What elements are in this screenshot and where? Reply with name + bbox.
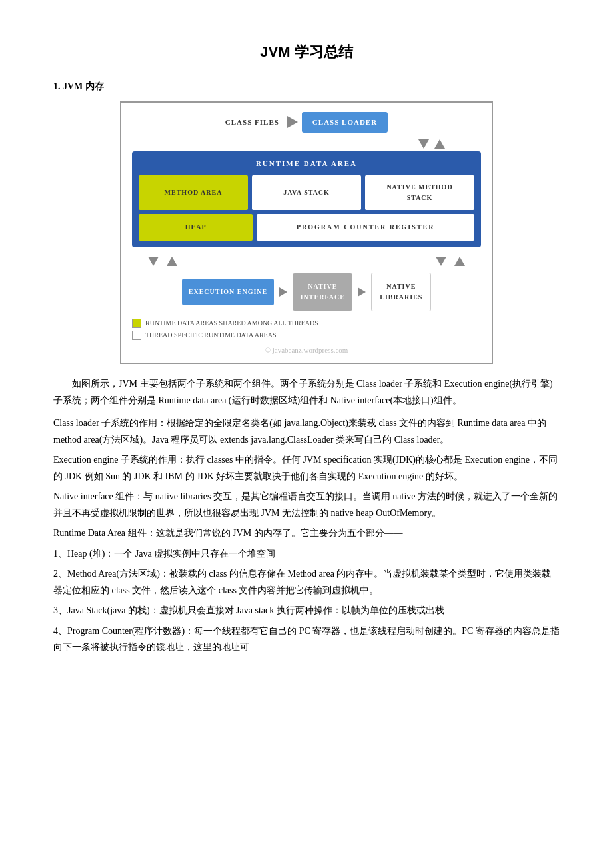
exec-engine-box: EXECUTION ENGINE xyxy=(182,279,275,305)
middle-arrows xyxy=(132,254,481,269)
execution-engine-paragraph: Execution engine 子系统的作用：执行 classes 中的指令。… xyxy=(53,452,560,485)
native-libraries-box: NATIVELIBRARIES xyxy=(371,273,431,311)
arrow-down-right xyxy=(436,257,446,266)
jvm-diagram: CLASS FILES CLASS LOADER RUNTIME DATA AR… xyxy=(120,101,493,365)
heap-box: HEAP xyxy=(139,214,253,241)
arrow-down-1 xyxy=(418,139,429,149)
exec-to-native-arrow xyxy=(279,287,287,297)
legend-text-shared: RUNTIME DATA AREAS SHARED AMONG ALL THRE… xyxy=(145,318,318,329)
diagram-watermark: © javabeanz.wordpress.com xyxy=(132,345,481,357)
diagram-legend: RUNTIME DATA AREAS SHARED AMONG ALL THRE… xyxy=(132,318,481,341)
runtime-area-title: RUNTIME DATA AREA xyxy=(139,158,474,170)
class-loader-box: CLASS LOADER xyxy=(302,112,388,133)
legend-color-thread xyxy=(132,331,141,340)
heap-paragraph: 1、Heap (堆)：一个 Java 虚拟实例中只存在一个堆空间 xyxy=(53,546,560,563)
method-area-paragraph: 2、Method Area(方法区域)：被装载的 class 的信息存储在 Me… xyxy=(53,566,560,599)
arrow-up-1 xyxy=(434,139,445,149)
legend-color-shared xyxy=(132,319,141,328)
program-counter-paragraph: 4、Program Counter(程序计数器)：每一个线程都有它自己的 PC … xyxy=(53,623,560,656)
section-1-title: 1. JVM 内存 xyxy=(53,79,560,94)
class-files-arrow xyxy=(287,116,298,128)
content-area: 如图所示，JVM 主要包括两个子系统和两个组件。两个子系统分别是 Class l… xyxy=(53,376,560,656)
program-counter-box: PROGRAM COUNTER REGISTER xyxy=(257,214,474,241)
native-method-stack-box: NATIVE METHODSTACK xyxy=(365,175,474,210)
arrow-up-left xyxy=(167,257,177,266)
java-stack-box: JAVA STACK xyxy=(252,175,361,210)
native-to-lib-arrow xyxy=(358,287,366,297)
native-interface-box: NATIVEINTERFACE xyxy=(293,273,352,311)
method-area-box: METHOD AREA xyxy=(139,175,248,210)
class-loader-paragraph: Class loader 子系统的作用：根据给定的全限定名类名(如 java.l… xyxy=(53,415,560,448)
class-files-label: CLASS FILES xyxy=(225,117,279,129)
native-interface-paragraph: Native interface 组件：与 native libraries 交… xyxy=(53,489,560,521)
arrow-down-left xyxy=(148,257,159,266)
execution-row: EXECUTION ENGINE NATIVEINTERFACE NATIVEL… xyxy=(132,273,481,311)
runtime-data-area-paragraph: Runtime Data Area 组件：这就是我们常说的 JVM 的内存了。它… xyxy=(53,525,560,542)
runtime-data-area: RUNTIME DATA AREA METHOD AREA JAVA STACK… xyxy=(132,151,481,247)
class-loader-arrows xyxy=(132,139,481,149)
java-stack-paragraph: 3、Java Stack(java 的栈)：虚拟机只会直接对 Java stac… xyxy=(53,603,560,619)
legend-text-thread: THREAD SPECIFIC RUNTIME DATA AREAS xyxy=(145,330,276,341)
arrow-up-right xyxy=(454,257,465,266)
intro-paragraph: 如图所示，JVM 主要包括两个子系统和两个组件。两个子系统分别是 Class l… xyxy=(53,376,560,409)
page-title: JVM 学习总结 xyxy=(53,40,560,63)
